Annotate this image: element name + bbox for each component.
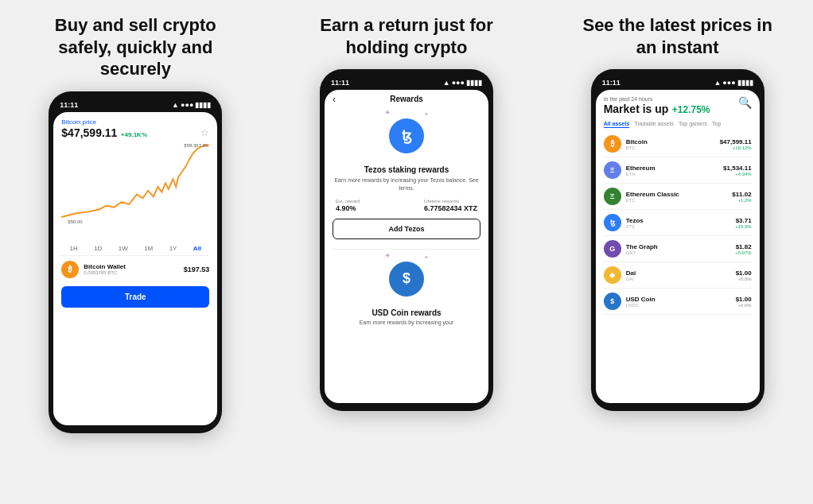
phone-2: 11:11 ▲ ●●● ▮▮▮▮ ‹ Rewards ✦ ✦ ꜩ: [320, 69, 493, 411]
phone-3-screen: In the past 24 hours Market is up +12.75…: [596, 90, 760, 403]
price-label: Bitcoin price: [61, 118, 209, 126]
asset-price-col: $3.71 +10.3%: [735, 217, 752, 229]
usdc-logo: $: [389, 262, 424, 297]
asset-ticker: USDC: [626, 303, 736, 308]
market-filter-tabs: All assets Tradable assets Top gainers T…: [604, 121, 752, 128]
rewards-title: Rewards: [390, 95, 423, 103]
filter-top[interactable]: Top: [712, 121, 721, 128]
asset-name-col: Bitcoin BTC: [626, 138, 720, 150]
asset-icon: Ξ: [604, 188, 621, 205]
asset-change: +5.07%: [735, 250, 752, 255]
phone-1-screen: Bitcoin price $47,599.11 +49.1K% ☆ $58,3…: [53, 112, 217, 425]
sparkle-icon: ✦: [384, 108, 391, 117]
tezos-reward-title: Tezos staking rewards: [364, 165, 449, 174]
phone-1: 11:11 ▲ ●●● ▮▮▮▮ Bitcoin price $47,599.1…: [49, 91, 222, 433]
chart-line: [61, 145, 209, 216]
filter-all[interactable]: All: [193, 245, 201, 252]
sparkle-icon-4: ✦: [424, 254, 429, 261]
phone-2-time: 11:11: [331, 79, 349, 87]
asset-row[interactable]: $ USD Coin USDC $1.00 +0.0%: [604, 289, 752, 315]
price-change: +49.1K%: [121, 131, 147, 138]
filter-1w[interactable]: 1W: [119, 245, 128, 252]
reward-stats: Est. reward 4.90% Lifetime rewards 6.775…: [333, 199, 480, 212]
trade-button[interactable]: Trade: [61, 286, 209, 308]
tezos-logo: ꜩ: [389, 118, 424, 153]
asset-price: $1,534.11: [723, 165, 752, 172]
chart-high-label: $58,367.00: [184, 143, 208, 148]
filter-top-gainers[interactable]: Top gainers: [679, 121, 707, 128]
time-filter-bar: 1H 1D 1W 1M 1Y All: [61, 242, 209, 255]
market-header: In the past 24 hours Market is up +12.75…: [604, 96, 752, 116]
asset-name: Dai: [626, 269, 736, 277]
signal-icons-2: ▲ ●●● ▮▮▮▮: [443, 79, 482, 87]
asset-price: $11.02: [732, 191, 751, 198]
filter-all-assets[interactable]: All assets: [604, 121, 630, 128]
wallet-usd-amount: $197.53: [184, 266, 210, 273]
favorite-icon[interactable]: ☆: [200, 127, 209, 138]
asset-price-col: $1.00 +0.0%: [736, 296, 752, 308]
asset-price: $1.82: [735, 243, 752, 250]
est-reward-label: Est. reward: [336, 199, 360, 204]
asset-row[interactable]: ꜩ Tezos XTZ $3.71 +10.3%: [604, 210, 752, 236]
asset-change: +1.2%: [732, 198, 751, 203]
asset-name-col: Ethereum ETH: [626, 165, 723, 176]
p2-content: ‹ Rewards ✦ ✦ ꜩ Tezos staking rewards Ea…: [325, 90, 488, 403]
usdc-title: USD Coin rewards: [371, 308, 441, 317]
asset-price-col: $11.02 +1.2%: [732, 191, 751, 203]
sparkle-icon-2: ✦: [424, 111, 429, 118]
search-icon[interactable]: 🔍: [738, 96, 752, 109]
asset-row[interactable]: Ξ Ethereum ETH $1,534.11 +4.34%: [604, 157, 752, 184]
asset-name: Tezos: [626, 217, 735, 224]
wallet-name: Bitcoin Wallet: [84, 263, 126, 270]
market-heading: Market is up: [604, 103, 669, 115]
asset-row[interactable]: ₿ Bitcoin BTC $47,599.11 +16.12%: [604, 131, 752, 157]
asset-name-col: The Graph GRT: [626, 243, 735, 255]
asset-name-col: USD Coin USDC: [626, 296, 736, 308]
lifetime-value: 6.77582434 XTZ: [424, 204, 477, 212]
market-change: +12.75%: [672, 104, 710, 115]
asset-ticker: GRT: [626, 250, 735, 255]
asset-icon: ꜩ: [604, 214, 621, 231]
usdc-section: ✦ ✦ $ USD Coin rewards Earn more rewards…: [333, 249, 480, 328]
tezos-reward-desc: Earn more rewards by increasing your Tez…: [333, 176, 480, 192]
back-button[interactable]: ‹: [333, 94, 336, 105]
p1-content: Bitcoin price $47,599.11 +49.1K% ☆ $58,3…: [53, 112, 217, 425]
asset-icon: Ξ: [604, 161, 621, 179]
filter-tradable[interactable]: Tradable assets: [634, 121, 674, 128]
asset-name: USD Coin: [626, 296, 736, 303]
rewards-header: ‹ Rewards: [333, 90, 480, 108]
asset-row[interactable]: Ξ Ethereum Classic ETC $11.02 +1.2%: [604, 184, 752, 210]
panel-1: Buy and sell crypto safely, quickly and …: [0, 0, 271, 504]
filter-1d[interactable]: 1D: [94, 245, 102, 252]
filter-1y[interactable]: 1Y: [169, 245, 177, 252]
phone-1-time: 11:11: [60, 101, 78, 109]
filter-1m[interactable]: 1M: [144, 245, 153, 252]
tezos-section: ✦ ✦ ꜩ Tezos staking rewards Earn more re…: [333, 108, 480, 242]
market-label: In the past 24 hours: [604, 96, 710, 102]
asset-price-col: $1.00 +0.0%: [736, 269, 752, 281]
asset-ticker: ETH: [626, 172, 723, 176]
asset-name-col: Dai DAI: [626, 269, 736, 281]
asset-price-col: $1,534.11 +4.34%: [723, 165, 752, 176]
asset-change: +10.3%: [735, 224, 752, 229]
phone-3: 11:11 ▲ ●●● ▮▮▮▮ In the past 24 hours Ma…: [591, 69, 764, 411]
add-tezos-button[interactable]: Add Tezos: [333, 219, 480, 239]
asset-price-col: $47,599.11 +16.12%: [720, 138, 752, 150]
signal-icons: ▲ ●●● ▮▮▮▮: [172, 101, 211, 109]
asset-ticker: DAI: [626, 277, 736, 281]
phone-1-status-bar: 11:11 ▲ ●●● ▮▮▮▮: [53, 99, 217, 112]
asset-name-col: Ethereum Classic ETC: [626, 191, 733, 203]
filter-1h[interactable]: 1H: [70, 245, 78, 252]
asset-name: Ethereum Classic: [626, 191, 733, 198]
asset-row[interactable]: ◈ Dai DAI $1.00 +0.0%: [604, 262, 752, 289]
asset-name: Ethereum: [626, 165, 723, 172]
asset-change: +0.0%: [736, 303, 752, 308]
asset-change: +16.12%: [720, 145, 752, 150]
asset-row[interactable]: G The Graph GRT $1.82 +5.07%: [604, 236, 752, 262]
phone-2-screen: ‹ Rewards ✦ ✦ ꜩ Tezos staking rewards Ea…: [325, 90, 488, 403]
asset-ticker: BTC: [626, 145, 720, 150]
est-reward-stat: Est. reward 4.90%: [336, 199, 360, 212]
chart-svg: [61, 143, 209, 231]
asset-price: $3.71: [735, 217, 752, 224]
asset-price-col: $1.82 +5.07%: [735, 243, 752, 255]
